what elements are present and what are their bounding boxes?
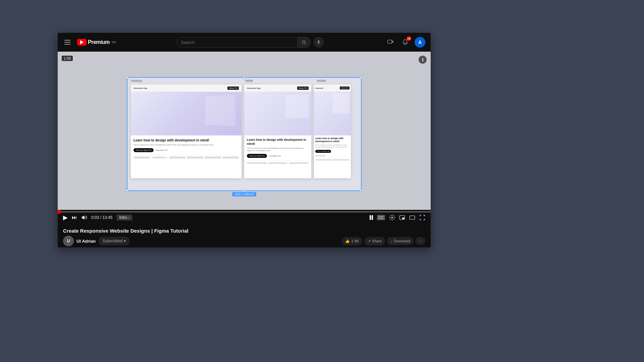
info-icon[interactable]: ℹ [419,56,427,64]
video-info: Create Responsive Website Designs | Figm… [58,224,431,247]
create-button[interactable] [385,37,396,48]
video-area: 1:00 ℹ Desktop Tablet Mobile [58,52,431,210]
notification-badge: 15 [407,36,411,41]
desktop-desc: This is a dummy text used to add additio… [133,144,239,146]
video-content: 1:00 ℹ Desktop Tablet Mobile [58,52,431,210]
svg-rect-2 [318,40,320,43]
pause-button[interactable] [370,215,373,220]
tablet-logos [244,161,311,165]
time-display: 0:03 / 13:45 [91,215,112,220]
channel-avatar[interactable]: U [63,236,74,246]
user-avatar[interactable]: A [415,37,425,48]
timestamp-badge: 1:00 [62,56,73,61]
header-right: 15 A [385,37,425,48]
mobile-app-label: Awesome [315,87,323,89]
logo-badge: TM [111,41,116,44]
handle-bl [126,189,128,191]
captions-button[interactable]: CC [377,215,385,220]
mobile-btn-sec: Secondary CTA [315,155,325,157]
mobile-cta-tag: Sticky CTA [340,86,350,89]
desktop-label: Desktop [131,79,142,82]
tablet-btn-sec: Secondary CTA [269,155,281,157]
miniplayer-button[interactable] [399,215,405,221]
like-button[interactable]: 👍 1.9K [342,237,362,245]
tablet-label: Tablet [245,79,253,82]
next-button[interactable]: ⏭ [72,215,77,221]
mobile-card: Awesome Sticky CTA Learn how to design w… [314,84,351,178]
desktop-logos [131,155,241,160]
more-button[interactable]: ··· [416,237,425,245]
handle-bm [243,189,245,191]
svg-rect-8 [410,216,415,220]
video-meta-row: U UI Adrian Subscribed ▾ 👍 1.9K ↗ Share … [63,236,425,246]
logo-text: Premium [88,39,110,45]
controls-container: ▶ ⏭ 0:03 / 13:45 Intro › [58,211,431,224]
svg-line-1 [305,43,306,44]
youtube-logo-icon [77,39,87,46]
tablet-cta-tag: Sticky CTA [297,86,309,90]
channel-name[interactable]: UI Adrian [76,239,96,244]
controls-row: ▶ ⏭ 0:03 / 13:45 Intro › [58,211,431,224]
svg-rect-4 [388,40,392,43]
tablet-heading: Learn how to design with development in … [247,138,309,146]
desktop-card: Awesome App Sticky CTA Learn how to desi… [131,84,241,178]
theater-button[interactable] [409,215,415,221]
tablet-btn-main: This is our Main CTA [247,154,267,158]
mobile-desc: This is a dummy text used to add additio… [315,144,350,148]
progress-bar[interactable] [58,211,431,213]
mobile-label: Mobile [317,79,326,82]
tablet-desc: This is a dummy text used to add additio… [247,147,309,152]
fullscreen-button[interactable] [419,215,425,221]
header: Premium TM [58,33,431,52]
mobile-btn-main: This is our Main CTA [315,150,331,153]
svg-marker-5 [82,216,85,220]
notifications-button[interactable]: 15 [400,37,411,48]
handle-tl [126,77,128,79]
mic-button[interactable] [313,37,324,48]
desktop-btn-main: This is our Main CTA [133,148,154,152]
handle-tr [360,77,362,79]
mobile-logos [314,158,351,162]
design-canvas: Desktop Tablet Mobile Awesome App Sticky… [127,77,362,191]
tablet-app-label: Awesome App [247,87,261,89]
download-button[interactable]: ↓ Download [387,237,413,245]
search-button[interactable] [297,37,311,48]
desktop-cta-tag: Sticky CTA [227,86,239,90]
figma-canvas: Desktop Tablet Mobile Awesome App Sticky… [127,77,362,191]
handle-tm [243,77,245,79]
tablet-card: Awesome App Sticky CTA Learn how to desi… [244,84,311,178]
youtube-logo[interactable]: Premium TM [77,39,116,46]
chapter-label[interactable]: Intro › [116,215,132,221]
play-button[interactable]: ▶ [63,214,68,221]
desktop-app-label: Awesome App [133,87,147,89]
desktop-btn-sec: Secondary CTA [156,149,167,151]
volume-button[interactable] [81,215,87,221]
mobile-heading: Learn how to design with development in … [315,137,350,143]
svg-rect-7 [402,218,404,219]
dimension-badge: 2331 × 1084.05 [232,192,256,196]
youtube-window: Premium TM [58,33,431,247]
handle-br [360,189,362,191]
right-controls: CC [370,215,425,221]
desktop-heading: Learn how to design with development in … [133,138,239,142]
search-input[interactable] [176,37,297,48]
subscribe-button[interactable]: Subscribed ▾ [98,237,130,245]
settings-button[interactable] [389,215,395,221]
share-button[interactable]: ↗ Share [364,237,385,245]
action-buttons: 👍 1.9K ↗ Share ↓ Download ··· [342,237,425,245]
svg-point-0 [303,41,305,43]
video-title: Create Responsive Website Designs | Figm… [63,228,425,234]
menu-icon[interactable] [63,39,72,46]
search-bar [176,37,324,48]
